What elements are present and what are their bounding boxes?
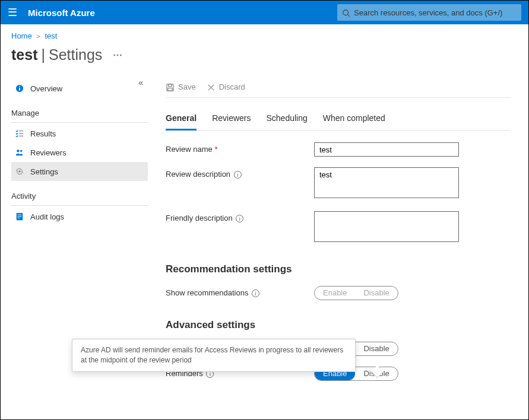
- friendly-desc-label: Friendly description i: [166, 211, 314, 244]
- svg-rect-13: [18, 218, 20, 218]
- breadcrumb-sep-icon: >: [36, 33, 40, 40]
- review-name-label-text: Review name: [166, 145, 213, 154]
- sidebar-results-label: Results: [30, 129, 56, 138]
- sidebar-audit-logs[interactable]: Audit logs: [11, 207, 148, 226]
- review-desc-label: Review description i: [166, 167, 314, 201]
- hidden-disable[interactable]: Disable: [355, 342, 397, 355]
- title-resource: test: [11, 46, 37, 63]
- discard-label: Discard: [219, 82, 245, 91]
- info-icon[interactable]: i: [236, 215, 243, 222]
- show-rec-toggle: Enable Disable: [314, 286, 398, 300]
- search-box[interactable]: [337, 4, 521, 21]
- search-input[interactable]: [354, 8, 517, 17]
- sidebar-overview-label: Overview: [30, 84, 62, 93]
- sidebar-reviewers[interactable]: Reviewers: [11, 143, 148, 162]
- gear-icon: [14, 167, 26, 176]
- save-label: Save: [178, 82, 196, 91]
- info-icon: [14, 84, 26, 93]
- sidebar-audit-logs-label: Audit logs: [30, 212, 64, 221]
- reminders-tooltip: Azure AD will send reminder emails for A…: [72, 339, 356, 372]
- sidebar-overview[interactable]: Overview: [11, 79, 148, 98]
- svg-rect-16: [168, 88, 173, 91]
- top-header: ☰ Microsoft Azure: [1, 1, 528, 24]
- show-rec-label-text: Show recommendations: [166, 288, 248, 297]
- close-icon: [207, 82, 216, 93]
- review-desc-label-text: Review description: [166, 170, 230, 179]
- save-icon: [166, 82, 175, 93]
- required-asterisk: *: [214, 145, 217, 154]
- review-name-label: Review name *: [166, 142, 314, 157]
- tab-when-completed[interactable]: When completed: [323, 110, 385, 130]
- friendly-desc-label-text: Friendly description: [166, 214, 233, 222]
- breadcrumb-current[interactable]: test: [45, 31, 57, 40]
- svg-point-9: [20, 150, 23, 152]
- svg-rect-3: [19, 88, 20, 90]
- recommendation-settings-title: Recommendation settings: [166, 263, 511, 275]
- title-page: Settings: [49, 46, 102, 63]
- sidebar-manage-head: Manage: [11, 109, 148, 117]
- breadcrumb: Home > test: [1, 24, 528, 44]
- tab-scheduling[interactable]: Scheduling: [267, 110, 308, 130]
- svg-point-8: [17, 149, 19, 152]
- log-icon: [14, 212, 26, 221]
- tabs: General Reviewers Scheduling When comple…: [166, 110, 511, 131]
- review-desc-input[interactable]: test: [314, 167, 459, 198]
- advanced-settings-title: Advanced settings: [166, 319, 511, 331]
- svg-point-0: [343, 10, 349, 15]
- sidebar-settings[interactable]: Settings: [11, 162, 148, 181]
- title-separator: |: [41, 46, 45, 63]
- sidebar-settings-label: Settings: [30, 167, 58, 176]
- breadcrumb-home[interactable]: Home: [11, 31, 32, 40]
- save-button[interactable]: Save: [166, 82, 196, 93]
- tab-reviewers[interactable]: Reviewers: [212, 110, 251, 130]
- divider: [11, 205, 148, 206]
- sidebar-reviewers-label: Reviewers: [30, 148, 66, 157]
- more-icon[interactable]: ⋯: [113, 49, 123, 61]
- svg-rect-15: [169, 84, 172, 87]
- search-icon: [342, 8, 350, 17]
- review-name-input[interactable]: [314, 142, 459, 157]
- hamburger-menu-icon[interactable]: ☰: [8, 6, 17, 19]
- people-icon: [14, 148, 26, 157]
- divider: [11, 122, 148, 123]
- show-rec-disable: Disable: [355, 287, 397, 300]
- content: Save Discard General Reviewers Schedulin…: [154, 73, 528, 392]
- svg-point-4: [19, 86, 20, 87]
- svg-rect-12: [18, 216, 22, 217]
- discard-button[interactable]: Discard: [207, 82, 245, 93]
- svg-line-1: [348, 15, 350, 17]
- sidebar-activity-head: Activity: [11, 192, 148, 201]
- info-icon[interactable]: i: [234, 171, 242, 179]
- svg-rect-11: [18, 215, 22, 215]
- checklist-icon: [14, 129, 26, 138]
- brand-label: Microsoft Azure: [28, 8, 95, 18]
- show-rec-enable: Enable: [315, 287, 355, 300]
- page-title: test | Settings ⋯: [1, 44, 528, 73]
- tab-general[interactable]: General: [166, 110, 197, 131]
- toolbar: Save Discard: [166, 77, 511, 98]
- sidebar-results[interactable]: Results: [11, 124, 148, 143]
- info-icon[interactable]: i: [252, 289, 259, 297]
- show-rec-label: Show recommendations i: [166, 286, 314, 300]
- collapse-sidebar-icon[interactable]: «: [138, 78, 143, 87]
- friendly-desc-input[interactable]: [314, 211, 459, 242]
